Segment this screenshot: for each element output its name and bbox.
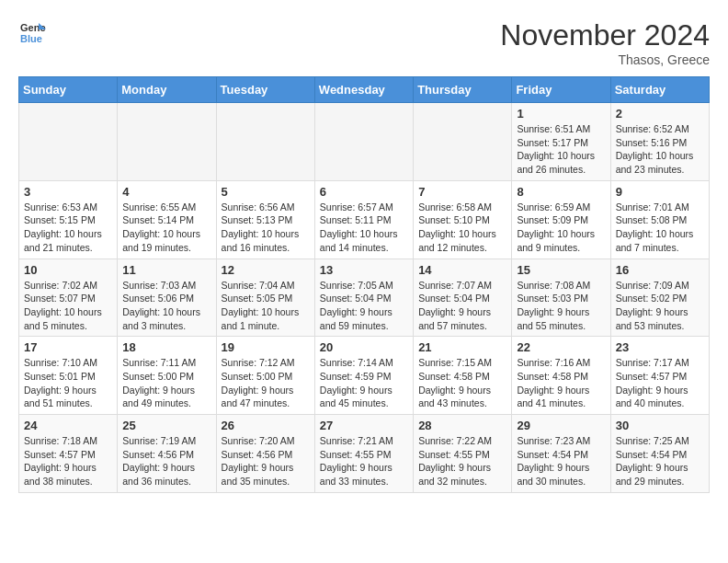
day-number: 6 [320,185,408,199]
day-number: 29 [517,419,605,432]
calendar-header-row: SundayMondayTuesdayWednesdayThursdayFrid… [19,77,710,103]
day-number: 18 [122,340,210,354]
calendar-day-cell: 7Sunrise: 6:58 AM Sunset: 5:10 PM Daylig… [414,180,512,259]
calendar-day-cell: 30Sunrise: 7:25 AM Sunset: 4:54 PM Dayli… [610,415,709,493]
weekday-header: Saturday [610,77,709,103]
day-info: Sunrise: 7:01 AM Sunset: 5:08 PM Dayligh… [616,201,694,253]
weekday-header: Wednesday [314,77,413,103]
title-area: November 2024 Thasos, Greece [500,18,710,67]
page-header: General Blue November 2024 Thasos, Greec… [18,18,710,67]
day-info: Sunrise: 7:07 AM Sunset: 5:04 PM Dayligh… [418,280,492,331]
calendar-day-cell [19,103,118,181]
weekday-header: Sunday [19,77,118,103]
day-number: 28 [418,419,506,432]
calendar-day-cell [414,103,512,181]
day-info: Sunrise: 6:58 AM Sunset: 5:10 PM Dayligh… [418,201,496,253]
weekday-header: Friday [512,77,610,103]
calendar-day-cell: 13Sunrise: 7:05 AM Sunset: 5:04 PM Dayli… [314,259,413,337]
logo-icon: General Blue [18,18,46,46]
day-number: 2 [616,107,704,121]
calendar-table: SundayMondayTuesdayWednesdayThursdayFrid… [18,76,710,493]
calendar-week-row: 24Sunrise: 7:18 AM Sunset: 4:57 PM Dayli… [19,415,710,493]
calendar-day-cell: 28Sunrise: 7:22 AM Sunset: 4:55 PM Dayli… [414,415,512,493]
day-info: Sunrise: 7:10 AM Sunset: 5:01 PM Dayligh… [24,357,97,408]
day-number: 9 [616,185,704,199]
calendar-week-row: 17Sunrise: 7:10 AM Sunset: 5:01 PM Dayli… [19,337,710,415]
day-number: 14 [418,263,506,277]
day-number: 22 [517,340,605,354]
day-number: 24 [24,419,112,432]
day-info: Sunrise: 7:12 AM Sunset: 5:00 PM Dayligh… [222,357,295,408]
day-number: 1 [517,107,605,121]
calendar-day-cell: 22Sunrise: 7:16 AM Sunset: 4:58 PM Dayli… [512,337,610,415]
calendar-day-cell: 12Sunrise: 7:04 AM Sunset: 5:05 PM Dayli… [216,259,314,337]
calendar-day-cell: 3Sunrise: 6:53 AM Sunset: 5:15 PM Daylig… [19,180,118,259]
calendar-day-cell: 6Sunrise: 6:57 AM Sunset: 5:11 PM Daylig… [314,180,413,259]
day-number: 19 [222,340,310,354]
day-info: Sunrise: 6:59 AM Sunset: 5:09 PM Dayligh… [517,201,595,253]
calendar-day-cell: 29Sunrise: 7:23 AM Sunset: 4:54 PM Dayli… [512,415,610,493]
day-info: Sunrise: 7:23 AM Sunset: 4:54 PM Dayligh… [517,435,590,487]
day-number: 26 [222,419,310,432]
day-info: Sunrise: 7:22 AM Sunset: 4:55 PM Dayligh… [418,435,492,487]
day-info: Sunrise: 7:15 AM Sunset: 4:58 PM Dayligh… [418,357,492,408]
day-number: 5 [222,185,310,199]
day-info: Sunrise: 7:16 AM Sunset: 4:58 PM Dayligh… [517,357,590,408]
calendar-day-cell: 14Sunrise: 7:07 AM Sunset: 5:04 PM Dayli… [414,259,512,337]
calendar-day-cell: 16Sunrise: 7:09 AM Sunset: 5:02 PM Dayli… [610,259,709,337]
calendar-day-cell: 25Sunrise: 7:19 AM Sunset: 4:56 PM Dayli… [118,415,216,493]
calendar-day-cell: 17Sunrise: 7:10 AM Sunset: 5:01 PM Dayli… [19,337,118,415]
calendar-day-cell: 2Sunrise: 6:52 AM Sunset: 5:16 PM Daylig… [610,103,709,181]
day-info: Sunrise: 6:55 AM Sunset: 5:14 PM Dayligh… [122,201,200,253]
calendar-day-cell: 9Sunrise: 7:01 AM Sunset: 5:08 PM Daylig… [610,180,709,259]
day-info: Sunrise: 7:02 AM Sunset: 5:07 PM Dayligh… [24,280,102,331]
calendar-day-cell [118,103,216,181]
location: Thasos, Greece [500,52,710,67]
day-number: 23 [616,340,704,354]
day-number: 3 [24,185,112,199]
calendar-day-cell: 24Sunrise: 7:18 AM Sunset: 4:57 PM Dayli… [19,415,118,493]
calendar-day-cell: 10Sunrise: 7:02 AM Sunset: 5:07 PM Dayli… [19,259,118,337]
day-number: 8 [517,185,605,199]
day-info: Sunrise: 7:11 AM Sunset: 5:00 PM Dayligh… [122,357,196,408]
day-info: Sunrise: 7:03 AM Sunset: 5:06 PM Dayligh… [122,280,200,331]
day-info: Sunrise: 7:04 AM Sunset: 5:05 PM Dayligh… [222,280,300,331]
calendar-day-cell [314,103,413,181]
day-info: Sunrise: 7:14 AM Sunset: 4:59 PM Dayligh… [320,357,393,408]
day-number: 21 [418,340,506,354]
calendar-day-cell [216,103,314,181]
day-info: Sunrise: 7:19 AM Sunset: 4:56 PM Dayligh… [122,435,196,487]
calendar-day-cell: 21Sunrise: 7:15 AM Sunset: 4:58 PM Dayli… [414,337,512,415]
day-info: Sunrise: 6:51 AM Sunset: 5:17 PM Dayligh… [517,123,595,175]
day-number: 11 [122,263,210,277]
day-number: 12 [222,263,310,277]
calendar-day-cell: 8Sunrise: 6:59 AM Sunset: 5:09 PM Daylig… [512,180,610,259]
day-number: 16 [616,263,704,277]
day-number: 4 [122,185,210,199]
day-info: Sunrise: 6:56 AM Sunset: 5:13 PM Dayligh… [222,201,300,253]
weekday-header: Thursday [414,77,512,103]
day-number: 20 [320,340,408,354]
weekday-header: Tuesday [216,77,314,103]
calendar-day-cell: 5Sunrise: 6:56 AM Sunset: 5:13 PM Daylig… [216,180,314,259]
day-number: 17 [24,340,112,354]
day-number: 25 [122,419,210,432]
day-info: Sunrise: 7:17 AM Sunset: 4:57 PM Dayligh… [616,357,689,408]
day-info: Sunrise: 7:21 AM Sunset: 4:55 PM Dayligh… [320,435,393,487]
day-number: 15 [517,263,605,277]
month-title: November 2024 [500,18,710,52]
day-number: 13 [320,263,408,277]
calendar-day-cell: 19Sunrise: 7:12 AM Sunset: 5:00 PM Dayli… [216,337,314,415]
logo: General Blue [18,18,46,46]
day-info: Sunrise: 6:57 AM Sunset: 5:11 PM Dayligh… [320,201,398,253]
calendar-week-row: 3Sunrise: 6:53 AM Sunset: 5:15 PM Daylig… [19,180,710,259]
day-info: Sunrise: 6:53 AM Sunset: 5:15 PM Dayligh… [24,201,102,253]
weekday-header: Monday [118,77,216,103]
calendar-day-cell: 27Sunrise: 7:21 AM Sunset: 4:55 PM Dayli… [314,415,413,493]
day-info: Sunrise: 7:20 AM Sunset: 4:56 PM Dayligh… [222,435,295,487]
day-info: Sunrise: 7:08 AM Sunset: 5:03 PM Dayligh… [517,280,590,331]
day-info: Sunrise: 6:52 AM Sunset: 5:16 PM Dayligh… [616,123,694,175]
calendar-week-row: 1Sunrise: 6:51 AM Sunset: 5:17 PM Daylig… [19,103,710,181]
day-info: Sunrise: 7:09 AM Sunset: 5:02 PM Dayligh… [616,280,689,331]
day-info: Sunrise: 7:25 AM Sunset: 4:54 PM Dayligh… [616,435,689,487]
